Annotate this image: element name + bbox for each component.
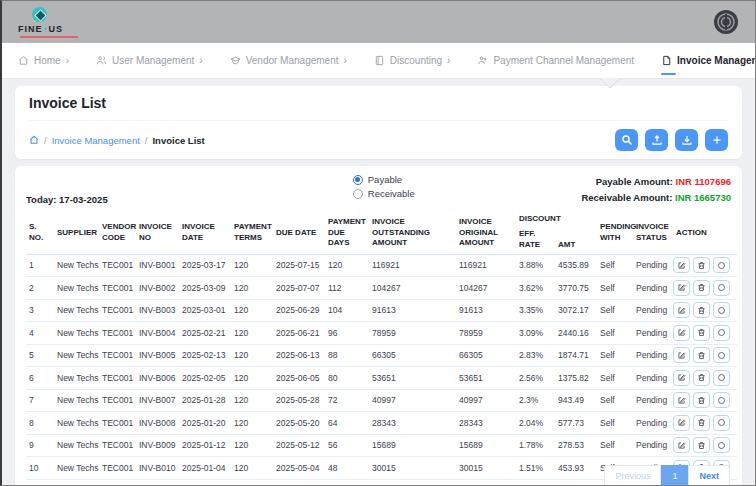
edit-button[interactable] bbox=[673, 347, 690, 363]
delete-button[interactable] bbox=[693, 302, 710, 318]
status-button[interactable] bbox=[713, 347, 730, 363]
cell-eff-rate: 2.04% bbox=[516, 412, 555, 435]
edit-button[interactable] bbox=[673, 370, 690, 386]
delete-button[interactable] bbox=[693, 370, 710, 386]
delete-button[interactable] bbox=[693, 257, 710, 273]
cell-status: Pending bbox=[633, 412, 673, 435]
cell-outstanding: 53651 bbox=[369, 367, 456, 390]
nav-item-user-management[interactable]: User Management › bbox=[96, 43, 203, 78]
cell-due-date: 2025-06-05 bbox=[273, 367, 325, 390]
home-icon[interactable] bbox=[29, 135, 39, 145]
delete-button[interactable] bbox=[693, 437, 710, 453]
cell-supplier: New Techs bbox=[54, 299, 99, 322]
cell-eff-rate: 2.83% bbox=[516, 344, 555, 367]
cell-outstanding: 40997 bbox=[369, 389, 456, 412]
edit-button[interactable] bbox=[673, 257, 690, 273]
status-button[interactable] bbox=[713, 325, 730, 341]
pagination-page-1-button[interactable]: 1 bbox=[661, 465, 688, 486]
cell-amt: 1375.82 bbox=[555, 367, 597, 390]
pagination-previous-button[interactable]: Previous bbox=[604, 465, 661, 486]
table-row: 9New TechsTEC001INV-B0092025-01-12120202… bbox=[26, 434, 737, 457]
status-button[interactable] bbox=[713, 437, 730, 453]
status-button[interactable] bbox=[713, 392, 730, 408]
edit-button[interactable] bbox=[673, 437, 690, 453]
cell-invoice-date: 2025-03-17 bbox=[179, 254, 231, 277]
status-circle-icon bbox=[717, 283, 726, 292]
cell-supplier: New Techs bbox=[54, 457, 99, 480]
cell-payment-due-days: 80 bbox=[325, 367, 369, 390]
cell-payment-terms: 120 bbox=[231, 389, 273, 412]
radio-unselected-icon[interactable] bbox=[353, 189, 363, 199]
delete-button[interactable] bbox=[693, 347, 710, 363]
col-header-due-date: DUE DATE bbox=[273, 212, 325, 254]
brand-suffix: US bbox=[49, 25, 64, 34]
profile-logo-button[interactable] bbox=[713, 9, 739, 35]
nav-item-payment-channel-management[interactable]: Payment Channel Management bbox=[477, 43, 634, 78]
book-icon bbox=[374, 55, 385, 66]
delete-button[interactable] bbox=[693, 392, 710, 408]
payable-radio-option[interactable]: Payable bbox=[353, 174, 415, 185]
cell-invoice-date: 2025-03-01 bbox=[179, 299, 231, 322]
col-header-original-amount: INVOICE ORIGINAL AMOUNT bbox=[456, 212, 516, 254]
cell-pending-with: Self bbox=[597, 389, 633, 412]
status-button[interactable] bbox=[713, 415, 730, 431]
nav-item-invoice-management[interactable]: Invoice Management › bbox=[661, 43, 756, 78]
edit-button[interactable] bbox=[673, 280, 690, 296]
nav-item-vendor-management[interactable]: Vendor Management › bbox=[230, 43, 347, 78]
cell-vendor-code: TEC001 bbox=[99, 367, 136, 390]
cell-vendor-code: TEC001 bbox=[99, 254, 136, 277]
pagination: Previous 1 Next bbox=[604, 465, 730, 486]
status-circle-icon bbox=[717, 441, 726, 450]
cell-vendor-code: TEC001 bbox=[99, 389, 136, 412]
cell-status: Pending bbox=[633, 434, 673, 457]
search-button[interactable] bbox=[615, 129, 638, 151]
status-button[interactable] bbox=[713, 302, 730, 318]
delete-button[interactable] bbox=[693, 415, 710, 431]
cell-actions bbox=[673, 254, 737, 277]
breadcrumb-link-invoice-management[interactable]: Invoice Management bbox=[52, 135, 140, 146]
cell-payment-terms: 120 bbox=[231, 412, 273, 435]
cell-sno: 1 bbox=[26, 254, 54, 277]
cell-status: Pending bbox=[633, 299, 673, 322]
breadcrumb-current: Invoice List bbox=[152, 135, 204, 146]
edit-button[interactable] bbox=[673, 302, 690, 318]
brand-logo[interactable]: FINE›US bbox=[18, 7, 78, 38]
edit-button[interactable] bbox=[673, 392, 690, 408]
nav-item-home[interactable]: Home › bbox=[18, 43, 69, 78]
cell-pending-with: Self bbox=[597, 412, 633, 435]
delete-button[interactable] bbox=[693, 325, 710, 341]
cell-payment-due-days: 104 bbox=[325, 299, 369, 322]
delete-button[interactable] bbox=[693, 280, 710, 296]
chevron-right-icon: › bbox=[199, 55, 202, 66]
cell-pending-with: Self bbox=[597, 254, 633, 277]
pagination-next-button[interactable]: Next bbox=[688, 465, 730, 486]
status-button[interactable] bbox=[713, 257, 730, 273]
users-icon bbox=[96, 55, 107, 66]
edit-button[interactable] bbox=[673, 415, 690, 431]
cell-vendor-code: TEC001 bbox=[99, 412, 136, 435]
status-button[interactable] bbox=[713, 370, 730, 386]
receivable-radio-option[interactable]: Receivable bbox=[353, 188, 415, 199]
cell-status: Pending bbox=[633, 322, 673, 345]
cell-actions bbox=[673, 367, 737, 390]
status-button[interactable] bbox=[713, 280, 730, 296]
cell-amt: 3072.17 bbox=[555, 299, 597, 322]
cell-due-date: 2025-06-29 bbox=[273, 299, 325, 322]
tab-notch-chevron-icon bbox=[599, 78, 621, 89]
download-button[interactable] bbox=[675, 129, 698, 151]
payable-amount-label: Payable Amount: bbox=[596, 176, 673, 187]
upload-button[interactable] bbox=[645, 129, 668, 151]
edit-icon bbox=[677, 396, 686, 405]
cell-vendor-code: TEC001 bbox=[99, 434, 136, 457]
delete-icon bbox=[697, 283, 706, 292]
col-header-discount: DISCOUNT bbox=[516, 212, 597, 227]
radio-selected-icon[interactable] bbox=[353, 175, 363, 185]
nav-label: Invoice Management bbox=[677, 55, 756, 66]
top-header-bar: FINE›US bbox=[2, 1, 755, 43]
edit-button[interactable] bbox=[673, 325, 690, 341]
cell-actions bbox=[673, 277, 737, 300]
col-header-invoice-date: INVOICE DATE bbox=[179, 212, 231, 254]
nav-item-discounting[interactable]: Discounting › bbox=[374, 43, 451, 78]
add-button[interactable] bbox=[705, 129, 728, 151]
upload-icon bbox=[651, 134, 663, 146]
